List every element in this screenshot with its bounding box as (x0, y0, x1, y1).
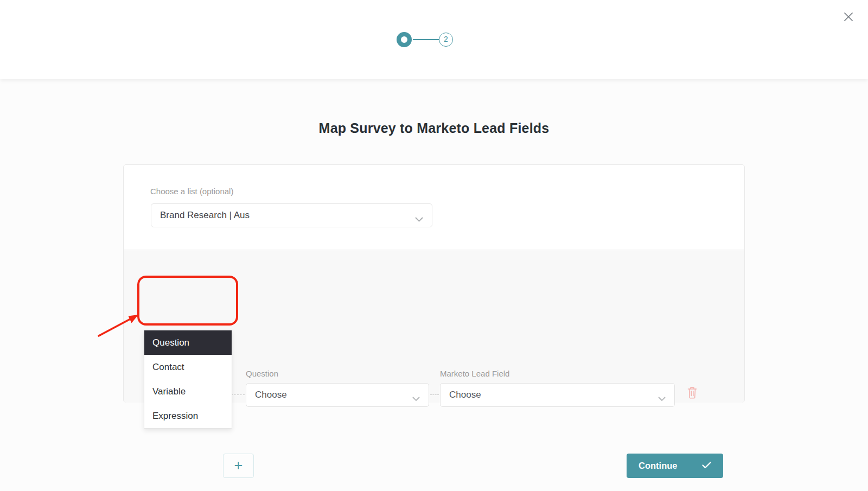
step-2-indicator: 2 (439, 33, 453, 47)
trash-icon (687, 392, 698, 401)
marketo-lead-field-dropdown[interactable]: Choose (440, 383, 675, 407)
field-connector-dash (430, 394, 439, 395)
marketo-lead-field-label: Marketo Lead Field (440, 369, 509, 378)
chevron-down-icon (415, 214, 423, 225)
chevron-down-icon (658, 393, 666, 404)
menu-item-contact[interactable]: Contact (144, 355, 232, 379)
page-title: Map Survey to Marketo Lead Fields (0, 120, 868, 136)
marketo-dropdown-placeholder: Choose (441, 390, 481, 400)
continue-button-label: Continue (639, 461, 678, 471)
chevron-down-icon (412, 393, 420, 404)
question-label: Question (246, 369, 278, 378)
add-mapping-row-button[interactable]: + (223, 454, 254, 478)
close-icon (843, 11, 854, 24)
stepper-connector (413, 39, 439, 40)
list-dropdown-value: Brand Research | Aus (151, 210, 250, 221)
plus-icon: + (234, 457, 243, 474)
menu-item-question[interactable]: Question (144, 330, 232, 355)
question-dropdown-placeholder: Choose (246, 390, 287, 400)
close-button[interactable] (841, 11, 856, 25)
field-connector-dash (231, 394, 245, 395)
menu-item-expression[interactable]: Expression (144, 404, 232, 428)
step-1-indicator (397, 32, 412, 47)
wizard-header: 2 (0, 0, 868, 79)
type-dropdown-menu: Question Contact Variable Expression (144, 330, 232, 429)
menu-item-variable[interactable]: Variable (144, 379, 232, 404)
continue-button[interactable]: Continue (627, 454, 723, 478)
list-dropdown[interactable]: Brand Research | Aus (151, 203, 432, 227)
question-dropdown[interactable]: Choose (246, 383, 429, 407)
delete-row-button[interactable] (687, 386, 698, 401)
check-icon (702, 461, 711, 471)
list-label: Choose a list (optional) (150, 187, 233, 196)
